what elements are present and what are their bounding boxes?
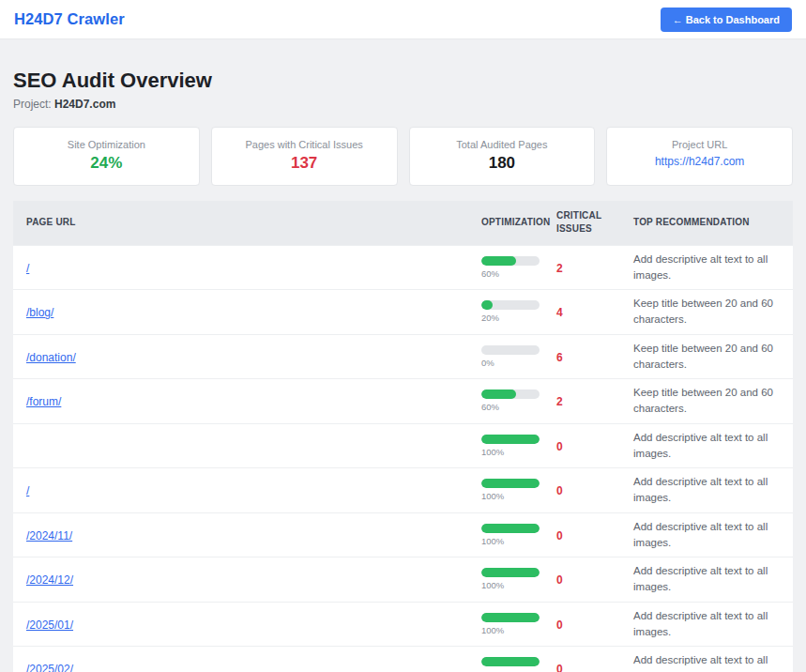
top-navbar: H24D7 Crawler ← Back to Dashboard [0, 0, 806, 39]
table-row: /2025/01/ 100% 0 Add descriptive alt tex… [13, 602, 793, 647]
optimization-progress-fill [481, 256, 516, 266]
optimization-progress-bar [481, 256, 540, 266]
optimization-percent-label: 100% [481, 580, 543, 590]
optimization-percent-label: 100% [481, 491, 543, 501]
table-row: /forum/ 60% 2 Keep title between 20 and … [13, 379, 793, 424]
critical-issues-count: 2 [556, 395, 563, 408]
top-recommendation-text: Keep title between 20 and 60 characters. [633, 341, 780, 374]
optimization-progress-bar [481, 435, 540, 444]
page-url-link[interactable]: /forum/ [26, 395, 61, 408]
critical-issues-count: 4 [556, 306, 563, 319]
top-recommendation-text: Add descriptive alt text to all images. [633, 608, 780, 641]
stats-row: Site Optimization 24% Pages with Critica… [13, 127, 793, 186]
critical-issues-count: 0 [556, 619, 563, 632]
top-recommendation-text: Keep title between 20 and 60 characters. [633, 385, 780, 418]
optimization-progress-fill [481, 435, 540, 444]
top-recommendation-text: Add descriptive alt text to all images. [633, 474, 780, 507]
page-url-link[interactable]: /2024/11/ [26, 529, 72, 542]
optimization-progress-fill [481, 568, 540, 577]
optimization-percent-label: 60% [481, 402, 543, 412]
table-row: /2024/12/ 100% 0 Add descriptive alt tex… [13, 557, 793, 603]
optimization-progress-fill [481, 524, 540, 533]
stat-card-critical-pages: Pages with Critical Issues 137 [211, 127, 398, 186]
stat-value-total-pages: 180 [418, 154, 587, 173]
column-header-top-recommendation: Top Recommendation [633, 201, 793, 246]
page-url-link[interactable]: / [26, 262, 29, 275]
stat-card-total-pages: Total Audited Pages 180 [409, 127, 596, 186]
project-label: Project: [13, 98, 54, 111]
optimization-progress-bar [481, 300, 540, 310]
optimization-percent-label: 100% [481, 536, 543, 546]
stat-card-site-optimization: Site Optimization 24% [13, 127, 200, 186]
optimization-progress-fill [481, 389, 516, 399]
critical-issues-count: 0 [556, 484, 563, 497]
critical-issues-count: 0 [556, 663, 563, 672]
table-header-row: Page URL Optimization Critical Issues To… [13, 201, 793, 246]
page-url-link[interactable]: /2025/01/ [26, 619, 73, 632]
stat-label: Total Audited Pages [418, 138, 587, 151]
page-url-link[interactable]: / [26, 484, 29, 497]
audit-table: Page URL Optimization Critical Issues To… [13, 201, 793, 672]
page-url-link[interactable]: /blog/ [26, 306, 53, 319]
page-url-link[interactable]: /2024/12/ [26, 573, 73, 587]
page-url-link[interactable]: /2025/02/ [26, 663, 73, 672]
project-name: H24D7.com [54, 98, 115, 111]
table-row: /blog/ 20% 4 Keep title between 20 and 6… [13, 290, 793, 335]
app-brand[interactable]: H24D7 Crawler [14, 10, 125, 28]
optimization-progress-fill [481, 613, 540, 622]
table-row: 100% 0 Add descriptive alt text to all i… [13, 423, 793, 468]
column-header-optimization: Optimization [481, 201, 556, 246]
table-row: /donation/ 0% 6 Keep title between 20 an… [13, 334, 793, 379]
optimization-progress-bar [481, 657, 540, 666]
optimization-progress-bar [481, 479, 540, 488]
top-recommendation-text: Add descriptive alt text to all images. [633, 430, 780, 463]
optimization-percent-label: 20% [481, 313, 543, 323]
table-row: /2025/02/ 100% 0 Add descriptive alt tex… [13, 647, 793, 672]
table-row: /2024/11/ 100% 0 Add descriptive alt tex… [13, 512, 793, 557]
stat-label: Pages with Critical Issues [220, 138, 389, 151]
project-subtitle: Project: H24D7.com [13, 98, 793, 111]
table-row: / 100% 0 Add descriptive alt text to all… [13, 468, 793, 513]
critical-issues-count: 0 [556, 573, 563, 587]
optimization-progress-fill [481, 657, 540, 666]
page-title: SEO Audit Overview [13, 69, 793, 93]
column-header-page-url: Page URL [13, 201, 481, 246]
optimization-progress-fill [481, 479, 540, 488]
top-recommendation-text: Add descriptive alt text to all images. [633, 519, 780, 552]
stat-card-project-url: Project URL https://h24d7.com [606, 127, 793, 186]
optimization-percent-label: 100% [481, 447, 543, 457]
optimization-progress-bar [481, 613, 540, 622]
optimization-progress-bar [481, 524, 540, 533]
top-recommendation-text: Add descriptive alt text to all images. [633, 252, 780, 284]
optimization-percent-label: 60% [481, 268, 543, 279]
table-row: / 60% 2 Add descriptive alt text to all … [13, 245, 793, 290]
optimization-percent-label: 0% [481, 358, 543, 368]
critical-issues-count: 6 [556, 351, 563, 364]
top-recommendation-text: Keep title between 20 and 60 characters. [633, 296, 780, 328]
stat-value-optimization: 24% [22, 154, 191, 173]
optimization-progress-bar [481, 568, 540, 577]
critical-issues-count: 2 [556, 262, 563, 275]
top-recommendation-text: Add descriptive alt text to all images. [633, 652, 780, 672]
audit-table-container: Page URL Optimization Critical Issues To… [13, 201, 793, 672]
stat-label: Project URL [615, 138, 784, 151]
column-header-critical-issues: Critical Issues [556, 201, 633, 246]
optimization-progress-bar [481, 389, 540, 399]
optimization-progress-fill [481, 300, 493, 310]
top-recommendation-text: Add descriptive alt text to all images. [633, 563, 780, 596]
stat-value-critical-pages: 137 [220, 154, 389, 173]
critical-issues-count: 0 [556, 440, 563, 453]
stat-label: Site Optimization [22, 138, 191, 151]
optimization-progress-bar [481, 345, 540, 355]
project-url-link[interactable]: https://h24d7.com [655, 155, 744, 168]
critical-issues-count: 0 [556, 529, 563, 542]
optimization-percent-label: 100% [481, 625, 543, 635]
back-to-dashboard-button[interactable]: ← Back to Dashboard [661, 8, 792, 32]
content-area: SEO Audit Overview Project: H24D7.com Si… [0, 39, 806, 672]
page-url-link[interactable]: /donation/ [26, 351, 76, 364]
